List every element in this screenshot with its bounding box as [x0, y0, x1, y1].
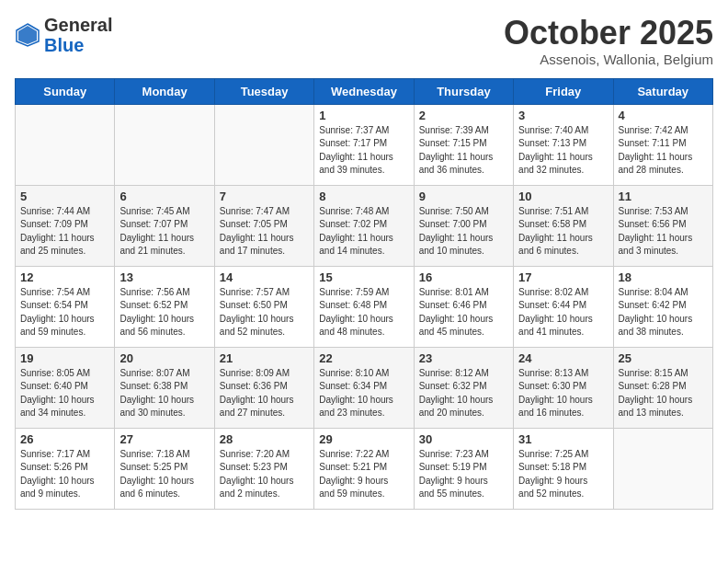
day-info: Sunrise: 7:42 AM Sunset: 7:11 PM Dayligh…: [619, 124, 708, 178]
calendar-cell: 13Sunrise: 7:56 AM Sunset: 6:52 PM Dayli…: [115, 266, 214, 347]
logo-general: General: [44, 15, 112, 35]
day-number: 16: [419, 270, 508, 284]
calendar-cell: 8Sunrise: 7:48 AM Sunset: 7:02 PM Daylig…: [314, 185, 414, 266]
day-info: Sunrise: 7:45 AM Sunset: 7:07 PM Dayligh…: [119, 205, 209, 259]
page-header: General Blue October 2025 Assenois, Wall…: [15, 15, 713, 67]
day-number: 31: [518, 432, 608, 446]
day-info: Sunrise: 7:50 AM Sunset: 7:00 PM Dayligh…: [419, 205, 508, 259]
calendar-week-1: 1Sunrise: 7:37 AM Sunset: 7:17 PM Daylig…: [16, 104, 713, 185]
calendar-cell: 23Sunrise: 8:12 AM Sunset: 6:32 PM Dayli…: [414, 347, 513, 428]
day-number: 7: [220, 190, 309, 203]
day-number: 18: [619, 270, 708, 284]
calendar-cell: 11Sunrise: 7:53 AM Sunset: 6:56 PM Dayli…: [613, 185, 712, 266]
day-info: Sunrise: 8:01 AM Sunset: 6:46 PM Dayligh…: [419, 286, 508, 339]
calendar-cell: 5Sunrise: 7:44 AM Sunset: 7:09 PM Daylig…: [16, 185, 115, 266]
calendar-cell: 2Sunrise: 7:39 AM Sunset: 7:15 PM Daylig…: [414, 104, 513, 185]
calendar-cell: 30Sunrise: 7:23 AM Sunset: 5:19 PM Dayli…: [414, 428, 513, 509]
calendar-cell: 25Sunrise: 8:15 AM Sunset: 6:28 PM Dayli…: [613, 347, 712, 428]
day-number: 28: [220, 432, 309, 446]
day-header-monday: Monday: [115, 78, 214, 104]
day-info: Sunrise: 7:25 AM Sunset: 5:18 PM Dayligh…: [518, 448, 608, 501]
calendar-week-2: 5Sunrise: 7:44 AM Sunset: 7:09 PM Daylig…: [16, 185, 713, 266]
day-number: 17: [518, 270, 608, 284]
day-number: 3: [518, 109, 608, 122]
day-info: Sunrise: 7:22 AM Sunset: 5:21 PM Dayligh…: [319, 448, 408, 501]
day-number: 9: [419, 190, 508, 203]
day-info: Sunrise: 8:09 AM Sunset: 6:36 PM Dayligh…: [220, 367, 309, 420]
calendar-cell: 22Sunrise: 8:10 AM Sunset: 6:34 PM Dayli…: [314, 347, 414, 428]
day-info: Sunrise: 7:23 AM Sunset: 5:19 PM Dayligh…: [419, 448, 508, 501]
day-info: Sunrise: 7:56 AM Sunset: 6:52 PM Dayligh…: [119, 286, 209, 339]
day-number: 12: [20, 270, 109, 284]
calendar-cell: 21Sunrise: 8:09 AM Sunset: 6:36 PM Dayli…: [214, 347, 313, 428]
day-info: Sunrise: 7:54 AM Sunset: 6:54 PM Dayligh…: [20, 286, 109, 339]
calendar-cell: 7Sunrise: 7:47 AM Sunset: 7:05 PM Daylig…: [214, 185, 313, 266]
day-number: 5: [20, 190, 109, 203]
day-number: 10: [518, 190, 608, 203]
day-number: 2: [419, 109, 508, 122]
logo-icon: [15, 22, 40, 48]
day-info: Sunrise: 8:07 AM Sunset: 6:38 PM Dayligh…: [119, 367, 209, 420]
calendar-cell: 9Sunrise: 7:50 AM Sunset: 7:00 PM Daylig…: [414, 185, 513, 266]
day-info: Sunrise: 7:48 AM Sunset: 7:02 PM Dayligh…: [319, 205, 408, 259]
calendar-cell: 18Sunrise: 8:04 AM Sunset: 6:42 PM Dayli…: [613, 266, 712, 347]
calendar-cell: 16Sunrise: 8:01 AM Sunset: 6:46 PM Dayli…: [414, 266, 513, 347]
calendar-cell: 1Sunrise: 7:37 AM Sunset: 7:17 PM Daylig…: [314, 104, 414, 185]
day-number: 15: [319, 270, 408, 284]
day-number: 23: [419, 351, 508, 365]
day-info: Sunrise: 7:20 AM Sunset: 5:23 PM Dayligh…: [220, 448, 309, 501]
logo: General Blue: [15, 15, 112, 55]
day-number: 11: [619, 190, 708, 203]
title-block: October 2025 Assenois, Wallonia, Belgium: [504, 15, 713, 67]
day-info: Sunrise: 8:13 AM Sunset: 6:30 PM Dayligh…: [518, 367, 608, 420]
calendar-cell: 14Sunrise: 7:57 AM Sunset: 6:50 PM Dayli…: [214, 266, 313, 347]
calendar-cell: 20Sunrise: 8:07 AM Sunset: 6:38 PM Dayli…: [115, 347, 214, 428]
calendar-cell: 17Sunrise: 8:02 AM Sunset: 6:44 PM Dayli…: [514, 266, 613, 347]
day-info: Sunrise: 7:57 AM Sunset: 6:50 PM Dayligh…: [220, 286, 309, 339]
day-number: 8: [319, 190, 408, 203]
day-number: 29: [319, 432, 408, 446]
calendar-cell: 29Sunrise: 7:22 AM Sunset: 5:21 PM Dayli…: [314, 428, 414, 509]
day-number: 13: [119, 270, 209, 284]
day-number: 26: [20, 432, 109, 446]
day-number: 24: [518, 351, 608, 365]
calendar-cell: 15Sunrise: 7:59 AM Sunset: 6:48 PM Dayli…: [314, 266, 414, 347]
day-info: Sunrise: 7:18 AM Sunset: 5:25 PM Dayligh…: [119, 448, 209, 501]
logo-text: General Blue: [44, 15, 112, 55]
day-header-thursday: Thursday: [414, 78, 513, 104]
day-info: Sunrise: 7:17 AM Sunset: 5:26 PM Dayligh…: [20, 448, 109, 501]
svg-marker-0: [18, 26, 37, 44]
calendar-cell: 24Sunrise: 8:13 AM Sunset: 6:30 PM Dayli…: [514, 347, 613, 428]
calendar-cell: 12Sunrise: 7:54 AM Sunset: 6:54 PM Dayli…: [16, 266, 115, 347]
calendar-cell: 3Sunrise: 7:40 AM Sunset: 7:13 PM Daylig…: [514, 104, 613, 185]
day-number: 6: [119, 190, 209, 203]
calendar-cell: 28Sunrise: 7:20 AM Sunset: 5:23 PM Dayli…: [214, 428, 313, 509]
calendar-table: SundayMondayTuesdayWednesdayThursdayFrid…: [15, 78, 713, 510]
day-header-saturday: Saturday: [613, 78, 712, 104]
calendar-cell: 19Sunrise: 8:05 AM Sunset: 6:40 PM Dayli…: [16, 347, 115, 428]
day-info: Sunrise: 8:15 AM Sunset: 6:28 PM Dayligh…: [619, 367, 708, 420]
calendar-week-3: 12Sunrise: 7:54 AM Sunset: 6:54 PM Dayli…: [16, 266, 713, 347]
day-number: 22: [319, 351, 408, 365]
day-number: 14: [220, 270, 309, 284]
calendar-cell: [115, 104, 214, 185]
day-number: 19: [20, 351, 109, 365]
day-header-friday: Friday: [514, 78, 613, 104]
location-subtitle: Assenois, Wallonia, Belgium: [504, 52, 713, 67]
day-number: 30: [419, 432, 508, 446]
day-info: Sunrise: 7:40 AM Sunset: 7:13 PM Dayligh…: [518, 124, 608, 178]
logo-blue: Blue: [44, 35, 84, 55]
day-header-wednesday: Wednesday: [314, 78, 414, 104]
calendar-header-row: SundayMondayTuesdayWednesdayThursdayFrid…: [16, 78, 713, 104]
month-title: October 2025: [504, 15, 713, 52]
day-number: 27: [119, 432, 209, 446]
calendar-cell: 26Sunrise: 7:17 AM Sunset: 5:26 PM Dayli…: [16, 428, 115, 509]
day-number: 21: [220, 351, 309, 365]
calendar-week-4: 19Sunrise: 8:05 AM Sunset: 6:40 PM Dayli…: [16, 347, 713, 428]
calendar-cell: [214, 104, 313, 185]
day-info: Sunrise: 8:10 AM Sunset: 6:34 PM Dayligh…: [319, 367, 408, 420]
day-info: Sunrise: 7:37 AM Sunset: 7:17 PM Dayligh…: [319, 124, 408, 178]
day-number: 1: [319, 109, 408, 122]
day-info: Sunrise: 8:04 AM Sunset: 6:42 PM Dayligh…: [619, 286, 708, 339]
day-info: Sunrise: 7:59 AM Sunset: 6:48 PM Dayligh…: [319, 286, 408, 339]
